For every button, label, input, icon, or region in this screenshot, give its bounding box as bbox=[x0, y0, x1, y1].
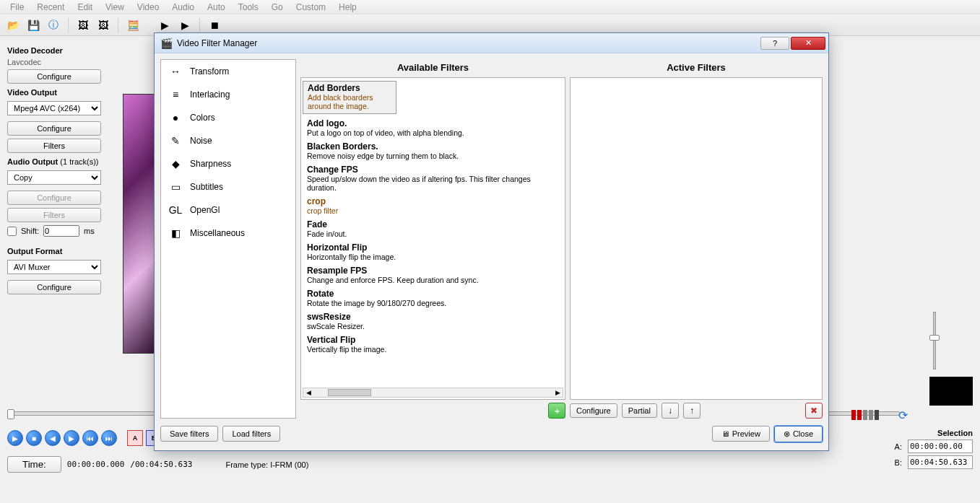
output-format-select[interactable]: AVI Muxer bbox=[7, 260, 101, 274]
menu-file[interactable]: File bbox=[4, 1, 30, 14]
filter-item[interactable]: FadeFade in/out. bbox=[303, 218, 563, 241]
horizontal-scrollbar[interactable]: ◀ ▶ bbox=[303, 388, 563, 398]
menu-tools[interactable]: Tools bbox=[233, 1, 264, 14]
move-down-button[interactable]: ↓ bbox=[662, 403, 679, 419]
menu-audio[interactable]: Audio bbox=[166, 1, 200, 14]
filter-desc: swScale Resizer. bbox=[307, 322, 559, 331]
volume-column bbox=[901, 74, 973, 406]
filter-desc: Change and enforce FPS. Keep duration an… bbox=[307, 276, 559, 284]
decoder-configure-button[interactable]: Configure bbox=[7, 69, 101, 84]
filter-item[interactable]: Add logo.Put a logo on top of video, wit… bbox=[303, 117, 563, 140]
image-save-icon[interactable]: 🖼 bbox=[95, 17, 112, 34]
category-icon: ≡ bbox=[168, 89, 183, 100]
save-filters-button[interactable]: Save filters bbox=[160, 426, 218, 442]
filter-desc: Put a logo on top of video, with alpha b… bbox=[307, 128, 559, 137]
filter-item[interactable]: swsResizeswScale Resizer. bbox=[303, 310, 563, 333]
category-label: Interlacing bbox=[190, 89, 230, 100]
stop-icon[interactable]: ⏹ bbox=[206, 17, 223, 34]
dialog-titlebar[interactable]: 🎬 Video Filter Manager ? ✕ bbox=[155, 33, 828, 53]
filter-item[interactable]: Change FPSSpeed up/slow down the video a… bbox=[303, 163, 563, 195]
help-button[interactable]: ? bbox=[760, 37, 789, 50]
remove-filter-button[interactable]: ✖ bbox=[805, 403, 823, 419]
filter-name: Vertical Flip bbox=[307, 335, 559, 345]
menu-video[interactable]: Video bbox=[131, 1, 165, 14]
category-noise[interactable]: ✎Noise bbox=[161, 129, 295, 152]
menu-help[interactable]: Help bbox=[333, 1, 363, 14]
a-label: A: bbox=[895, 442, 902, 451]
filter-item[interactable]: Vertical FlipVertically flip the image. bbox=[303, 333, 563, 357]
image-open-icon[interactable]: 🖼 bbox=[74, 17, 92, 34]
audio-configure-button: Configure bbox=[7, 191, 101, 205]
filter-desc: Add black boarders around the image. bbox=[308, 93, 391, 110]
timeline-knob[interactable] bbox=[7, 409, 14, 419]
video-configure-button[interactable]: Configure bbox=[7, 121, 101, 136]
active-filters-panel[interactable] bbox=[570, 77, 823, 400]
filter-desc: Speed up/slow down the video as if alter… bbox=[307, 175, 559, 192]
b-value[interactable] bbox=[908, 455, 973, 469]
refresh-icon[interactable]: ⟳ bbox=[898, 408, 908, 422]
shift-input[interactable] bbox=[43, 225, 79, 237]
calculator-icon[interactable]: 🧮 bbox=[124, 17, 142, 34]
filter-item[interactable]: cropcrop filter bbox=[303, 195, 563, 218]
close-window-button[interactable]: ✕ bbox=[791, 37, 825, 50]
filter-item[interactable]: Horizontal FlipHorizontally flip the ima… bbox=[303, 241, 563, 264]
filter-item[interactable]: Add BordersAdd black boarders around the… bbox=[303, 81, 396, 114]
filter-item[interactable]: Resample FPSChange and enforce FPS. Keep… bbox=[303, 264, 563, 287]
active-filters-header: Active Filters bbox=[570, 59, 823, 77]
close-button[interactable]: ⊗Close bbox=[774, 426, 823, 442]
video-filters-button[interactable]: Filters bbox=[7, 139, 101, 153]
video-codec-select[interactable]: Mpeg4 AVC (x264) bbox=[7, 101, 101, 115]
forward-button[interactable]: ⏭ bbox=[101, 430, 117, 446]
audio-mode-select[interactable]: Copy bbox=[7, 170, 101, 185]
menu-go[interactable]: Go bbox=[266, 1, 289, 14]
load-filters-button[interactable]: Load filters bbox=[222, 426, 280, 442]
menu-auto[interactable]: Auto bbox=[201, 1, 231, 14]
shift-checkbox[interactable] bbox=[7, 227, 17, 236]
decoder-name: Lavcodec bbox=[7, 58, 141, 66]
active-configure-button[interactable]: Configure bbox=[570, 403, 617, 418]
info-icon[interactable]: ⓘ bbox=[45, 17, 62, 34]
next-button[interactable]: ▶ bbox=[64, 430, 79, 446]
volume-slider-track[interactable] bbox=[933, 312, 936, 369]
rewind-button[interactable]: ⏮ bbox=[82, 430, 98, 446]
available-filters-panel: Add BordersAdd black boarders around the… bbox=[300, 77, 565, 400]
category-colors[interactable]: ●Colors bbox=[161, 106, 295, 129]
close-icon: ⊗ bbox=[784, 429, 790, 439]
move-up-button[interactable]: ↑ bbox=[683, 403, 701, 419]
menu-edit[interactable]: Edit bbox=[71, 1, 98, 14]
category-miscellaneous[interactable]: ◧Miscellaneous bbox=[161, 222, 295, 245]
category-transform[interactable]: ↔Transform bbox=[161, 60, 295, 83]
play-icon[interactable]: ▶ bbox=[156, 17, 173, 34]
category-sharpness[interactable]: ◆Sharpness bbox=[161, 152, 295, 175]
scrollbar-thumb[interactable] bbox=[328, 389, 371, 396]
preview-button[interactable]: 🖥Preview bbox=[712, 426, 770, 442]
play-button[interactable]: ▶ bbox=[7, 430, 23, 446]
video-filter-manager-dialog: 🎬 Video Filter Manager ? ✕ ↔Transform≡In… bbox=[154, 32, 829, 451]
output-preview bbox=[929, 377, 973, 406]
category-subtitles[interactable]: ▭Subtitles bbox=[161, 175, 295, 198]
category-panel: ↔Transform≡Interlacing●Colors✎Noise◆Shar… bbox=[160, 59, 296, 419]
save-icon[interactable]: 💾 bbox=[25, 17, 42, 34]
category-icon: ▭ bbox=[168, 181, 183, 193]
open-icon[interactable]: 📂 bbox=[4, 17, 22, 34]
filter-item[interactable]: RotateRotate the image by 90/180/270 deg… bbox=[303, 287, 563, 310]
volume-slider-knob[interactable] bbox=[929, 335, 940, 341]
play-filtered-icon[interactable]: ▶ bbox=[176, 17, 194, 34]
partial-button[interactable]: Partial bbox=[622, 403, 657, 418]
a-value[interactable] bbox=[908, 439, 973, 453]
shift-unit: ms bbox=[84, 227, 95, 235]
filter-item[interactable]: Blacken Borders.Remove noisy edge by tur… bbox=[303, 140, 563, 163]
format-configure-button[interactable]: Configure bbox=[7, 280, 101, 294]
prev-button[interactable]: ◀ bbox=[45, 430, 61, 446]
menu-view[interactable]: View bbox=[100, 1, 130, 14]
filter-desc: Horizontally flip the image. bbox=[307, 253, 559, 261]
dialog-icon: 🎬 bbox=[160, 38, 173, 49]
menu-custom[interactable]: Custom bbox=[290, 1, 331, 14]
category-opengl[interactable]: GLOpenGl bbox=[161, 198, 295, 222]
add-filter-button[interactable]: ＋ bbox=[548, 403, 565, 419]
category-interlacing[interactable]: ≡Interlacing bbox=[161, 83, 295, 106]
mark-a-button[interactable]: A bbox=[127, 430, 143, 446]
menu-recent[interactable]: Recent bbox=[31, 1, 70, 14]
stop-button[interactable]: ■ bbox=[26, 430, 42, 446]
time-button[interactable]: Time: bbox=[7, 456, 61, 473]
